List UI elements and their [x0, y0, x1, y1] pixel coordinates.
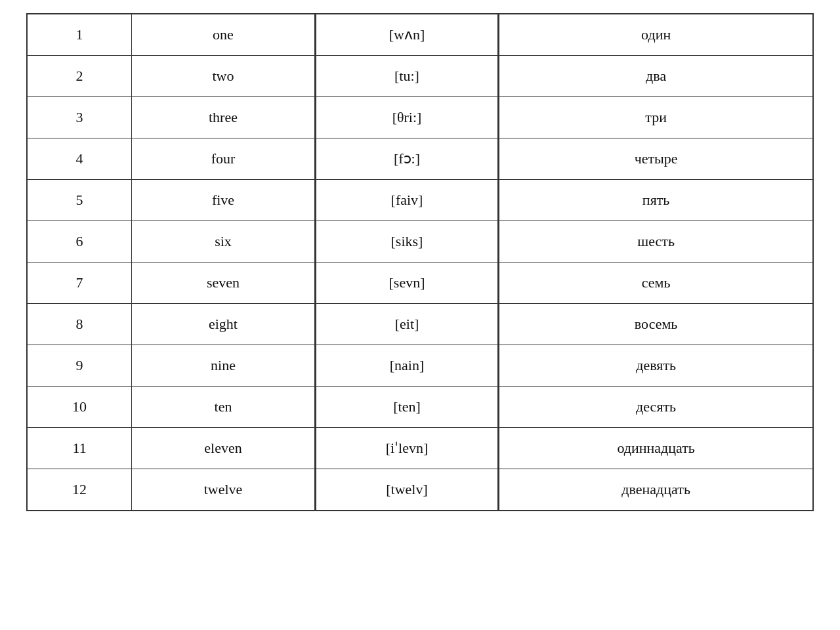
russian-cell: четыре — [499, 138, 813, 180]
number-cell: 2 — [27, 56, 132, 97]
transcription-cell: [twelv] — [315, 469, 499, 511]
number-cell: 1 — [27, 14, 132, 56]
table-row: 5five[faiv]пять — [27, 180, 813, 221]
english-cell: six — [132, 221, 316, 262]
transcription-cell: [wʌn] — [315, 14, 499, 56]
russian-cell: два — [499, 56, 813, 97]
russian-cell: шесть — [499, 221, 813, 262]
number-cell: 7 — [27, 262, 132, 304]
table-row: 4four[fɔ:]четыре — [27, 138, 813, 180]
english-cell: three — [132, 97, 316, 138]
transcription-cell: [fɔ:] — [315, 138, 499, 180]
transcription-cell: [siks] — [315, 221, 499, 262]
english-cell: eight — [132, 304, 316, 345]
english-cell: twelve — [132, 469, 316, 511]
numbers-table: 1one[wʌn]один2two[tu:]два3three[θri:]три… — [26, 13, 814, 511]
russian-cell: восемь — [499, 304, 813, 345]
russian-cell: двенадцать — [499, 469, 813, 511]
english-cell: nine — [132, 345, 316, 387]
table-row: 7seven[sevn]семь — [27, 262, 813, 304]
transcription-cell: [faiv] — [315, 180, 499, 221]
russian-cell: пять — [499, 180, 813, 221]
english-cell: four — [132, 138, 316, 180]
number-cell: 10 — [27, 387, 132, 428]
transcription-cell: [tu:] — [315, 56, 499, 97]
russian-cell: три — [499, 97, 813, 138]
table-row: 2two[tu:]два — [27, 56, 813, 97]
transcription-cell: [nain] — [315, 345, 499, 387]
russian-cell: девять — [499, 345, 813, 387]
transcription-cell: [iˈlevn] — [315, 428, 499, 469]
table-row: 8eight[eit]восемь — [27, 304, 813, 345]
number-cell: 6 — [27, 221, 132, 262]
table-row: 10ten[ten]десять — [27, 387, 813, 428]
transcription-cell: [ten] — [315, 387, 499, 428]
english-cell: seven — [132, 262, 316, 304]
table-row: 11eleven[iˈlevn]одиннадцать — [27, 428, 813, 469]
transcription-cell: [eit] — [315, 304, 499, 345]
number-cell: 8 — [27, 304, 132, 345]
table-container: 1one[wʌn]один2two[tu:]два3three[θri:]три… — [26, 13, 814, 511]
russian-cell: семь — [499, 262, 813, 304]
table-row: 12twelve[twelv]двенадцать — [27, 469, 813, 511]
number-cell: 5 — [27, 180, 132, 221]
number-cell: 4 — [27, 138, 132, 180]
english-cell: one — [132, 14, 316, 56]
english-cell: two — [132, 56, 316, 97]
number-cell: 9 — [27, 345, 132, 387]
russian-cell: одиннадцать — [499, 428, 813, 469]
table-row: 1one[wʌn]один — [27, 14, 813, 56]
transcription-cell: [θri:] — [315, 97, 499, 138]
table-row: 6six[siks]шесть — [27, 221, 813, 262]
number-cell: 3 — [27, 97, 132, 138]
transcription-cell: [sevn] — [315, 262, 499, 304]
table-row: 3three[θri:]три — [27, 97, 813, 138]
russian-cell: десять — [499, 387, 813, 428]
russian-cell: один — [499, 14, 813, 56]
english-cell: eleven — [132, 428, 316, 469]
english-cell: five — [132, 180, 316, 221]
english-cell: ten — [132, 387, 316, 428]
number-cell: 12 — [27, 469, 132, 511]
number-cell: 11 — [27, 428, 132, 469]
table-row: 9nine[nain]девять — [27, 345, 813, 387]
